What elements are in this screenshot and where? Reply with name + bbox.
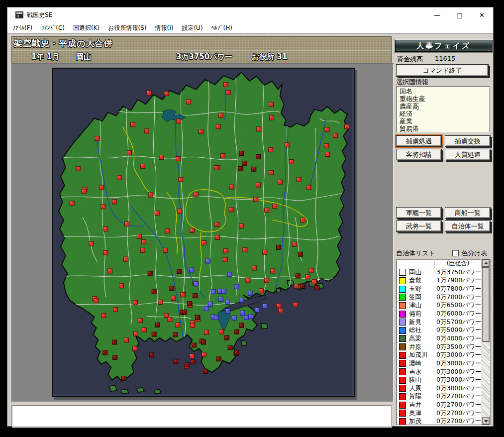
municipality-row[interactable]: 勝山0万3000パワー [397,376,482,384]
town-marker[interactable] [119,284,124,288]
town-marker[interactable] [191,360,196,364]
town-marker[interactable] [188,302,192,306]
town-marker[interactable] [229,185,234,189]
town-marker[interactable] [101,205,105,209]
municipality-row[interactable]: 吉永0万3000パワー [397,368,482,376]
town-marker[interactable] [133,331,138,336]
municipality-row[interactable]: 大原0万3000パワー [397,384,482,393]
town-marker[interactable] [265,278,269,283]
town-marker[interactable] [333,133,338,138]
town-marker[interactable] [194,192,199,197]
town-marker[interactable] [112,340,117,344]
town-marker[interactable] [208,302,212,307]
town-marker[interactable] [229,208,233,212]
town-marker[interactable] [216,357,221,361]
town-marker[interactable] [165,229,170,233]
town-marker[interactable] [296,274,300,278]
button-武将一覧[interactable]: 武将一覧 [396,220,442,232]
town-marker[interactable] [298,252,302,256]
town-marker[interactable] [176,157,181,161]
town-marker[interactable] [103,250,108,255]
town-marker[interactable] [177,269,182,274]
scroll-thumb[interactable] [482,267,490,342]
town-marker[interactable] [242,161,247,165]
town-marker[interactable] [300,284,304,289]
town-marker[interactable] [179,177,183,182]
town-marker[interactable] [194,282,199,286]
town-marker[interactable] [203,369,207,374]
menu-item-5[interactable]: 設定(U) [182,24,202,32]
municipality-row[interactable]: 高梁0万4000パワー [397,334,482,343]
town-marker[interactable] [234,350,239,355]
button-商船一覧[interactable]: 商船一覧 [445,207,491,218]
town-marker[interactable] [204,306,208,311]
town-marker[interactable] [254,197,258,202]
button-捕虜交換[interactable]: 捕虜交換 [445,135,491,147]
town-marker[interactable] [89,241,94,246]
town-marker[interactable] [273,204,277,209]
town-marker[interactable] [278,308,283,313]
town-marker[interactable] [214,315,218,320]
town-marker[interactable] [277,304,281,308]
town-marker[interactable] [113,355,117,360]
town-marker[interactable] [124,257,128,261]
town-marker[interactable] [204,330,208,334]
end-command-button[interactable]: コマンド終了 [396,64,489,77]
town-marker[interactable] [252,266,257,270]
town-marker[interactable] [292,242,297,246]
town-marker[interactable] [216,124,220,129]
town-marker[interactable] [132,346,137,351]
town-marker[interactable] [163,248,168,252]
town-marker[interactable] [192,343,197,347]
town-marker[interactable] [133,301,137,305]
town-marker[interactable] [202,352,206,357]
town-marker[interactable] [270,115,274,120]
town-marker[interactable] [256,183,261,187]
town-marker[interactable] [76,166,81,171]
town-marker[interactable] [174,359,178,364]
town-marker[interactable] [202,340,206,344]
list-scrollbar[interactable] [482,259,490,425]
town-marker[interactable] [226,90,230,95]
maximize-button[interactable]: □ [448,7,471,22]
town-marker[interactable] [255,308,260,312]
town-marker[interactable] [234,285,239,289]
town-marker[interactable] [199,129,203,134]
town-marker[interactable] [301,218,305,222]
town-marker[interactable] [278,180,282,184]
town-marker[interactable] [191,323,195,328]
town-marker[interactable] [294,284,299,289]
municipality-row[interactable]: 新見0万5700パワー [397,318,482,327]
town-marker[interactable] [227,272,232,277]
town-marker[interactable] [306,185,311,190]
town-marker[interactable] [147,91,151,95]
town-marker[interactable] [140,248,145,252]
municipality-row[interactable]: 総社0万5000パワー [397,326,482,334]
town-marker[interactable] [249,314,253,319]
municipality-row[interactable]: 井原0万3500パワー [397,343,482,351]
municipality-row[interactable]: 倉敷1万7900パワー [397,277,482,285]
town-marker[interactable] [244,315,249,320]
menu-item-1[interactable]: ｺﾏﾝﾄﾞ(C) [41,24,65,31]
button-軍艦一覧[interactable]: 軍艦一覧 [396,207,442,218]
town-marker[interactable] [190,354,195,358]
town-marker[interactable] [103,350,107,355]
town-marker[interactable] [152,290,156,294]
town-marker[interactable] [223,257,227,262]
town-marker[interactable] [297,177,301,182]
town-marker[interactable] [149,353,154,357]
town-marker[interactable] [305,275,310,279]
town-marker[interactable] [190,268,194,272]
town-marker[interactable] [95,136,100,141]
town-marker[interactable] [248,291,253,296]
town-marker[interactable] [269,102,274,107]
town-marker[interactable] [257,127,261,131]
town-marker[interactable] [141,239,146,244]
town-marker[interactable] [181,293,185,297]
municipality-row[interactable]: 加茂川0万3000パワー [397,351,482,359]
town-marker[interactable] [173,332,178,337]
menu-item-6[interactable]: ﾍﾙﾌﾟ(H) [211,24,232,31]
minimize-button[interactable]: — [426,7,448,22]
town-marker[interactable] [101,313,106,318]
town-marker[interactable] [259,289,264,293]
